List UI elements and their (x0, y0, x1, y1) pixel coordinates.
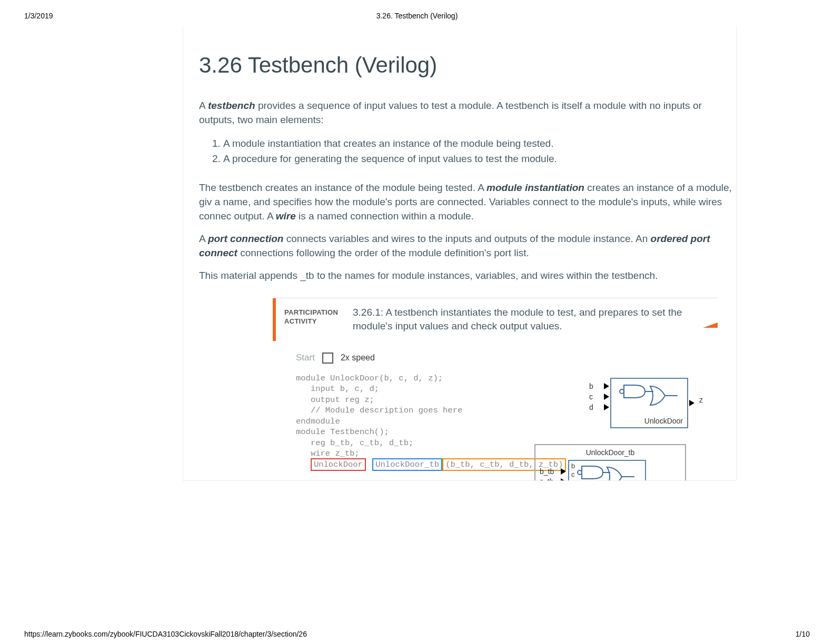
expand-icon[interactable] (703, 323, 718, 328)
print-header: 1/3/2019 3.26. Testbench (Verilog) (0, 0, 834, 20)
term-wire: wire (276, 210, 296, 222)
activity-title: 3.26.1: A testbench instantiates the mod… (353, 298, 718, 341)
ordered-list: A module instantiation that creates an i… (199, 137, 736, 166)
print-date: 1/3/2019 (24, 12, 140, 20)
controls-row: Start 2x speed (296, 353, 707, 364)
svg-point-0 (620, 389, 624, 394)
speed-checkbox[interactable] (322, 353, 333, 364)
triangle-icon (561, 468, 566, 475)
term-port-connection: port connection (208, 233, 284, 244)
inner-module-box: b c d z UnlockDoor (568, 460, 646, 481)
body-text: A testbench provides a sequence of input… (199, 99, 736, 283)
diagram-area: b c d z (538, 378, 711, 481)
activity-tag: PARTICIPATION ACTIVITY (276, 298, 353, 336)
print-title: 3.26. Testbench (Verilog) (140, 12, 694, 20)
testbench-box: UnlockDoor_tb b_tb c_tb d_tb b c d z (534, 444, 686, 481)
triangle-icon (604, 394, 609, 400)
paragraph-1: A testbench provides a sequence of input… (199, 99, 736, 127)
svg-point-1 (578, 470, 582, 475)
page-title: 3.26 Testbench (Verilog) (199, 53, 736, 78)
gate-icon (570, 462, 644, 481)
module-type-highlight: UnlockDoor (311, 458, 366, 471)
module-box: b c d z (610, 378, 688, 428)
triangle-icon (604, 383, 609, 389)
term-module-instantiation: module instantiation (486, 182, 584, 193)
triangle-icon (561, 478, 566, 481)
content-card: 3.26 Testbench (Verilog) A testbench pro… (183, 26, 737, 481)
instance-name-highlight: UnlockDoor_tb (372, 458, 442, 471)
paragraph-2: The testbench creates an instance of the… (199, 181, 736, 224)
activity-header: PARTICIPATION ACTIVITY 3.26.1: A testben… (273, 298, 718, 341)
gate-icon (612, 380, 686, 415)
start-button[interactable]: Start (296, 353, 315, 363)
speed-label: 2x speed (341, 353, 375, 363)
list-item: A module instantiation that creates an i… (223, 137, 736, 151)
list-item: A procedure for generating the sequence … (223, 152, 736, 166)
term-testbench: testbench (208, 100, 255, 111)
triangle-icon (604, 404, 609, 410)
activity-body: Start 2x speed module UnlockDoor(b, c, d… (273, 341, 718, 480)
activity-card: PARTICIPATION ACTIVITY 3.26.1: A testben… (273, 298, 718, 480)
paragraph-3: A port connection connects variables and… (199, 232, 736, 260)
paragraph-4: This material appends _tb to the names f… (199, 269, 736, 283)
triangle-icon (689, 400, 694, 406)
